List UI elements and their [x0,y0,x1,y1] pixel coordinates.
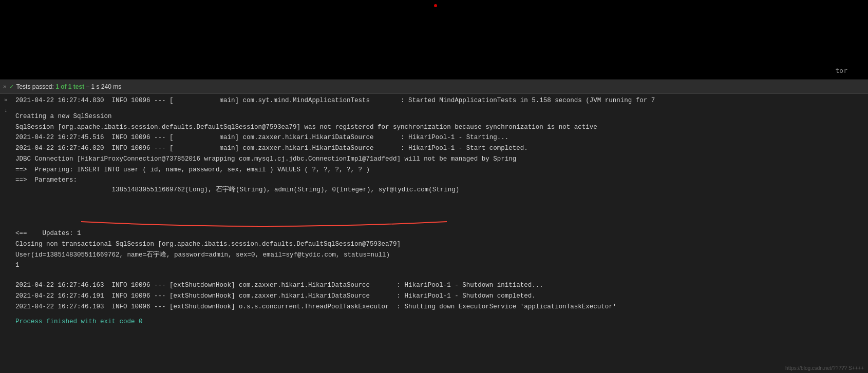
red-oval-svg [79,220,449,229]
console-text: SqlSession [org.apache.ibatis.session.de… [15,123,597,132]
test-duration: 1 s 240 ms [91,83,122,90]
console-text: ==> Preparing: INSERT INTO user ( id, na… [15,165,370,175]
console-line: 2021-04-22 16:27:46.163 INFO 10096 --- [… [0,280,868,291]
console-text: 2021-04-22 16:27:46.191 INFO 10096 --- [… [15,291,536,301]
tests-passed-text: Tests passed: [16,83,53,90]
tor-label: tor [836,67,847,74]
line-marker: » [4,96,14,105]
check-icon: ✓ [10,83,14,91]
parameters-text: 1385148305511669762(Long), 石宇峰(String), … [112,186,460,193]
console-text: 2021-04-22 16:27:46.163 INFO 10096 --- [… [15,281,543,290]
tests-passed-label: Tests passed: 1 of 1 test – 1 s 240 ms [16,83,121,90]
console-line: 2021-04-22 16:27:46.020 INFO 10096 --- [… [0,143,868,154]
console-text: <== Updates: 1 [15,229,81,239]
console-area: » 2021-04-22 16:27:44.830 INFO 10096 ---… [0,94,868,373]
console-line: Closing non transactional SqlSession [or… [0,239,868,250]
chevron-left-icon[interactable]: » [3,84,7,90]
console-text: Closing non transactional SqlSession [or… [15,240,401,249]
console-output: » 2021-04-22 16:27:44.830 INFO 10096 ---… [0,94,868,373]
console-line: 2021-04-22 16:27:45.516 INFO 10096 --- [… [0,132,868,143]
console-line: 1 [0,260,868,271]
console-line: » 2021-04-22 16:27:44.830 INFO 10096 ---… [0,94,868,106]
console-text: JDBC Connection [HikariProxyConnection@7… [15,154,516,164]
console-line: 2021-04-22 16:27:46.193 INFO 10096 --- [… [0,302,868,312]
console-text: 1 [15,261,20,270]
console-line: SqlSession [org.apache.ibatis.session.de… [0,122,868,133]
empty-line: ↓ [0,106,868,111]
console-line: <== Updates: 1 [0,228,868,239]
watermark: https://blog.csdn.net/????? S++++ [785,365,864,371]
console-line: User(id=1385148305511669762, name=石宇峰, p… [0,250,868,261]
toolbar-row: » ✓ Tests passed: 1 of 1 test – 1 s 240 … [0,80,868,94]
console-text: Creating a new SqlSession [15,112,112,122]
console-line: ==> Preparing: INSERT INTO user ( id, na… [0,165,868,175]
console-text: 2021-04-22 16:27:44.830 INFO 10096 --- [… [15,96,655,106]
empty-line [0,271,868,280]
console-line: 2021-04-22 16:27:46.191 INFO 10096 --- [… [0,291,868,302]
console-text: User(id=1385148305511669762, name=石宇峰, p… [15,250,390,260]
test-passed-indicator: ✓ Tests passed: 1 of 1 test – 1 s 240 ms [10,83,122,91]
parameters-value: 1385148305511669762(Long), 石宇峰(String), … [81,175,460,224]
parameters-prefix: ==> Parameters: [15,175,81,185]
console-line: JDBC Connection [HikariProxyConnection@7… [0,154,868,165]
down-arrow-icon: ↓ [4,107,8,113]
process-finished-text: Process finished with exit code 0 [15,318,143,325]
parameters-line: ==> Parameters: 1385148305511669762(Long… [0,175,868,224]
top-black-area: tor [0,0,868,80]
console-text: 2021-04-22 16:27:46.193 INFO 10096 --- [… [15,302,616,312]
watermark-text: https://blog.csdn.net/????? S++++ [785,365,864,371]
console-text: 2021-04-22 16:27:46.020 INFO 10096 --- [… [15,144,528,153]
process-finished-line: Process finished with exit code 0 [0,312,868,329]
tests-count: 1 of 1 test [55,83,84,90]
red-dot-indicator [434,4,437,7]
console-text: 2021-04-22 16:27:45.516 INFO 10096 --- [… [15,133,508,143]
console-line: Creating a new SqlSession [0,111,868,122]
test-separator: – [86,83,91,90]
